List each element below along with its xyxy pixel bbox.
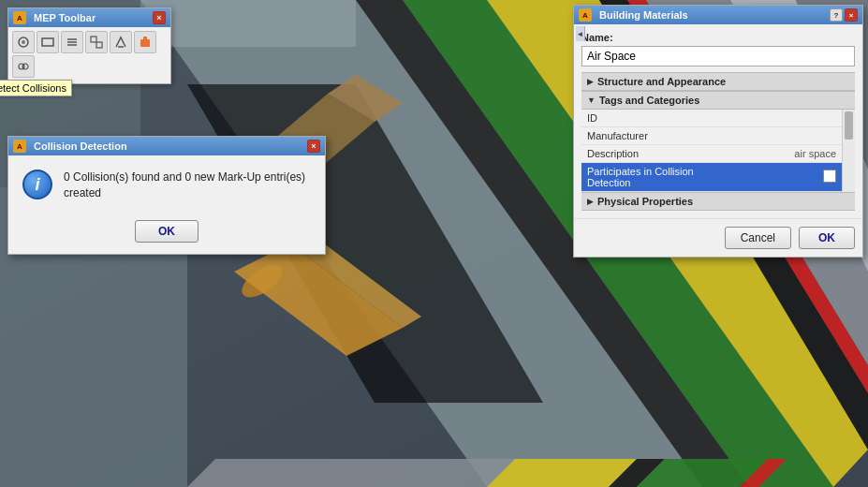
mep-toolbar-close[interactable]: × bbox=[153, 11, 166, 24]
tag-id-value bbox=[738, 110, 842, 127]
bm-window-buttons: ? × bbox=[830, 8, 858, 22]
mep-toolbar-title: MEP Toolbar bbox=[34, 12, 96, 23]
tag-id-label: ID bbox=[581, 110, 738, 127]
bm-nav-arrow[interactable]: ◄ bbox=[576, 26, 585, 41]
detect-collisions-tool[interactable] bbox=[12, 55, 35, 78]
building-materials-panel: A Building Materials ? × ◄ Name: ▶ Struc… bbox=[573, 5, 863, 258]
svg-rect-34 bbox=[143, 37, 147, 40]
bm-name-label: Name: bbox=[581, 32, 855, 43]
mep-toolbar-body: Detect Collisions bbox=[8, 27, 170, 83]
collision-message-line1: 0 Collision(s) found and 0 new Mark-Up e… bbox=[64, 170, 305, 184]
tag-collision-checkbox-cell[interactable] bbox=[738, 163, 842, 192]
bm-help-button[interactable]: ? bbox=[830, 8, 843, 22]
collision-dialog-title: Collision Detection bbox=[34, 140, 127, 152]
bm-panel-body: Name: ▶ Structure and Appearance ▼ Tags … bbox=[574, 24, 862, 218]
detect-collisions-tooltip: Detect Collisions bbox=[0, 80, 72, 96]
bm-structure-section[interactable]: ▶ Structure and Appearance bbox=[581, 72, 855, 91]
bm-app-icon: A bbox=[579, 8, 592, 22]
mep-tool-1[interactable] bbox=[37, 31, 59, 53]
mep-toolbar-titlebar: A MEP Toolbar × bbox=[8, 8, 170, 27]
bm-tags-section[interactable]: ▼ Tags and Categories bbox=[581, 91, 855, 110]
bm-panel-footer: Cancel OK bbox=[574, 218, 862, 257]
bm-physical-section[interactable]: ▶ Physical Properties bbox=[581, 192, 855, 211]
tag-manufacturer-label: Manufacturer bbox=[581, 127, 738, 145]
mep-tool-3[interactable] bbox=[85, 31, 108, 53]
tag-description-label: Description bbox=[581, 145, 738, 163]
collision-dialog-close[interactable]: × bbox=[307, 140, 320, 153]
collision-dialog-body: i 0 Collision(s) found and 0 new Mark-Up… bbox=[8, 155, 325, 215]
mep-tool-0[interactable] bbox=[12, 31, 35, 53]
tag-manufacturer-value bbox=[738, 127, 842, 145]
svg-marker-23 bbox=[140, 0, 356, 47]
mep-tools-row1 bbox=[12, 31, 167, 53]
svg-rect-26 bbox=[42, 38, 53, 46]
svg-rect-33 bbox=[140, 39, 150, 47]
mep-toolbar: A MEP Toolbar × bbox=[7, 7, 171, 84]
svg-rect-30 bbox=[91, 37, 96, 42]
mep-app-icon: A bbox=[13, 11, 26, 24]
table-row: Description air space bbox=[581, 145, 842, 163]
collision-ok-button[interactable]: OK bbox=[135, 220, 199, 243]
table-row: ID bbox=[581, 110, 842, 127]
tags-table: ID Manufacturer Description air space Pa… bbox=[581, 110, 842, 192]
tags-section-title: Tags and Categories bbox=[599, 95, 699, 106]
physical-arrow-icon: ▶ bbox=[587, 197, 594, 206]
tags-scrollbar-container: ID Manufacturer Description air space Pa… bbox=[581, 110, 855, 192]
tags-scrollbar-thumb[interactable] bbox=[845, 111, 853, 140]
bm-panel-titlebar: A Building Materials ? × bbox=[574, 6, 862, 24]
mep-tool-5[interactable] bbox=[134, 31, 156, 53]
structure-section-title: Structure and Appearance bbox=[597, 76, 726, 87]
mep-tool-2[interactable] bbox=[61, 31, 83, 53]
svg-point-25 bbox=[22, 40, 25, 44]
tags-arrow-icon: ▼ bbox=[587, 96, 596, 105]
info-icon: i bbox=[22, 170, 52, 199]
bm-cancel-button[interactable]: Cancel bbox=[725, 227, 791, 249]
tags-scrollbar[interactable] bbox=[842, 110, 855, 192]
bm-close-button[interactable]: × bbox=[845, 8, 858, 22]
collision-message-line2: created bbox=[64, 186, 101, 199]
physical-section-title: Physical Properties bbox=[597, 196, 693, 207]
svg-rect-31 bbox=[96, 42, 102, 48]
bm-ok-button[interactable]: OK bbox=[799, 227, 855, 249]
tag-description-value: air space bbox=[738, 145, 842, 163]
collision-dialog-footer: OK bbox=[8, 215, 325, 254]
mep-tools-row2: Detect Collisions bbox=[12, 55, 167, 78]
collision-app-icon: A bbox=[13, 140, 26, 153]
bm-panel-title: Building Materials bbox=[599, 9, 688, 21]
mep-tool-4[interactable] bbox=[110, 31, 132, 53]
table-row: Manufacturer bbox=[581, 127, 842, 145]
collision-dialog-titlebar: A Collision Detection × bbox=[8, 137, 325, 155]
svg-marker-10 bbox=[187, 459, 515, 487]
bm-name-input[interactable] bbox=[581, 46, 855, 66]
collision-detection-checkbox[interactable] bbox=[823, 170, 836, 183]
structure-arrow-icon: ▶ bbox=[587, 77, 594, 86]
table-row-highlighted[interactable]: Participates in Collision Detection bbox=[581, 163, 842, 192]
collision-message: 0 Collision(s) found and 0 new Mark-Up e… bbox=[64, 170, 311, 201]
collision-detection-dialog: A Collision Detection × i 0 Collision(s)… bbox=[7, 136, 326, 255]
tag-collision-label: Participates in Collision Detection bbox=[581, 163, 738, 192]
detect-collisions-container: Detect Collisions bbox=[12, 55, 35, 78]
